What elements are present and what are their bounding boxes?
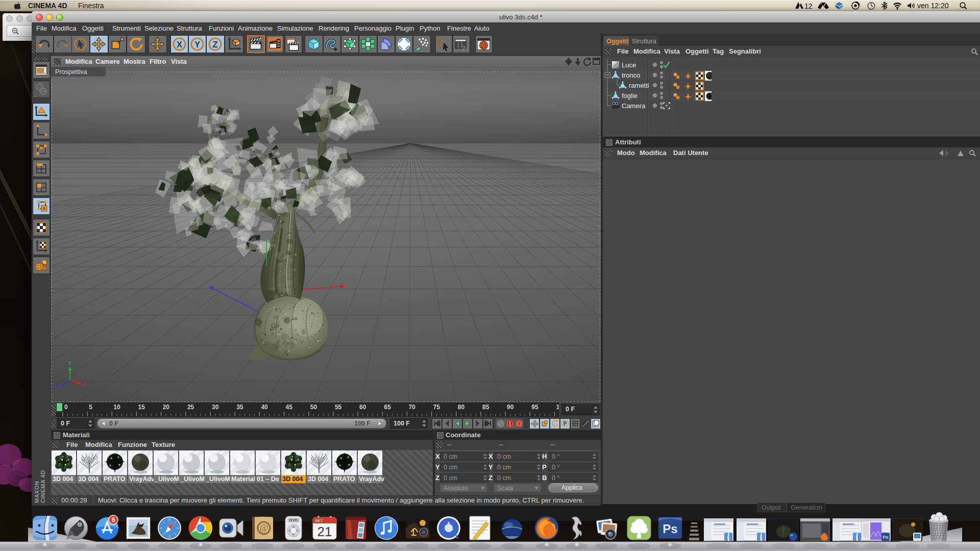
svg-text:15: 15 (138, 404, 145, 411)
svg-text:95: 95 (531, 404, 538, 411)
svg-text:Y: Y (68, 361, 71, 366)
svg-text:20: 20 (163, 404, 170, 411)
svg-text:?: ? (437, 37, 443, 49)
svg-text:DVD: DVD (289, 518, 298, 522)
svg-text:P: P (564, 421, 567, 427)
svg-text:75: 75 (433, 404, 440, 411)
svg-text:21: 21 (317, 524, 332, 539)
svg-text:SET: SET (315, 518, 323, 523)
svg-text:X: X (83, 382, 86, 387)
svg-text:?: ? (462, 44, 466, 52)
svg-text:55: 55 (335, 404, 342, 411)
svg-text:6: 6 (112, 516, 115, 523)
svg-text:40: 40 (261, 404, 268, 411)
svg-text:Ps: Ps (663, 522, 677, 536)
svg-text:X: X (177, 40, 182, 49)
svg-text:0: 0 (64, 404, 68, 411)
svg-text:65: 65 (384, 404, 391, 411)
svg-text:5: 5 (89, 404, 92, 411)
svg-text:35: 35 (236, 404, 243, 411)
svg-text:85: 85 (482, 404, 489, 411)
svg-text:Z: Z (212, 40, 217, 49)
svg-text:80: 80 (458, 404, 465, 411)
svg-text:25: 25 (187, 404, 194, 411)
svg-text:60: 60 (359, 404, 366, 411)
svg-text:Ps: Ps (883, 535, 888, 540)
svg-text:@: @ (260, 523, 268, 533)
svg-text:90: 90 (507, 404, 514, 411)
svg-text:45: 45 (286, 404, 293, 411)
svg-text:100: 100 (556, 404, 559, 411)
svg-text:50: 50 (310, 404, 317, 411)
svg-text:10: 10 (113, 404, 120, 411)
svg-text:12: 12 (804, 2, 813, 10)
svg-text:Y: Y (194, 40, 200, 49)
svg-text:Prospettiva: Prospettiva (55, 68, 87, 76)
svg-text:70: 70 (408, 404, 415, 411)
svg-text:Z: Z (55, 384, 58, 389)
svg-text:30: 30 (212, 404, 219, 411)
svg-text:?: ? (518, 421, 521, 427)
